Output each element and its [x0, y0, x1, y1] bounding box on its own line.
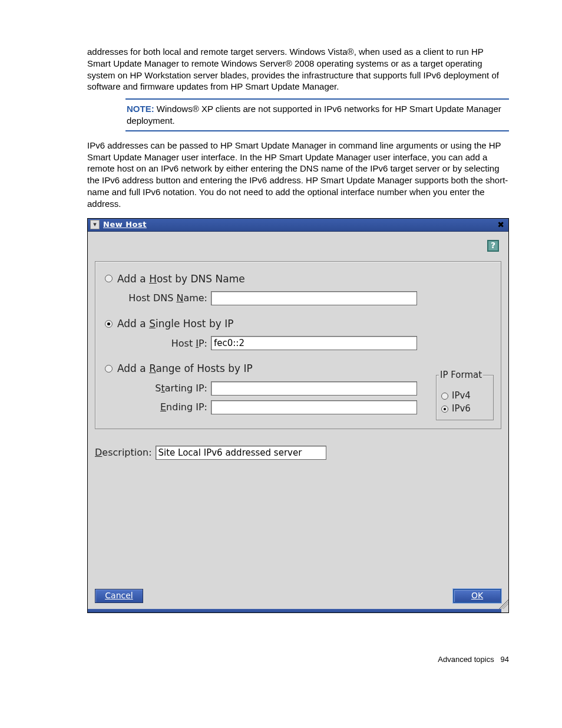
host-dns-name-label: Host DNS Name:: [117, 292, 211, 304]
starting-ip-label: Starting IP:: [117, 382, 211, 394]
note-box: NOTE: Windows® XP clients are not suppor…: [125, 98, 509, 131]
ip-format-group: IP Format IPv4 IPv6: [436, 375, 494, 420]
cancel-button[interactable]: Cancel: [95, 589, 143, 603]
radio-add-range-ip[interactable]: Add a Range of Hosts by IP: [105, 362, 491, 375]
radio-label-dns: Add a Host by DNS Name: [117, 272, 245, 285]
body-paragraph-2: IPv6 addresses can be passed to HP Smart…: [87, 140, 509, 210]
host-dns-name-input[interactable]: [211, 291, 417, 305]
body-paragraph-1: addresses for both local and remote targ…: [87, 46, 509, 93]
host-ip-input[interactable]: [211, 336, 417, 350]
radio-icon: [441, 393, 448, 400]
description-input[interactable]: [156, 446, 326, 460]
footer-section: Advanced topics: [438, 655, 494, 664]
radio-add-single-ip[interactable]: Add a Single Host by IP: [105, 317, 491, 330]
dialog-bottom-bar: [88, 609, 501, 612]
footer-page-number: 94: [501, 655, 509, 664]
close-icon[interactable]: ✖: [495, 220, 506, 229]
ending-ip-input[interactable]: [211, 400, 417, 414]
radio-icon: [441, 406, 448, 413]
new-host-dialog: ▾ New Host ✖ ? Add a Host by DNS Name Ho…: [87, 218, 509, 613]
ipv4-label: IPv4: [452, 390, 471, 402]
ok-button[interactable]: OK: [453, 589, 501, 603]
note-text: Windows® XP clients are not supported in…: [127, 104, 501, 126]
radio-ipv6[interactable]: IPv6: [441, 403, 488, 415]
starting-ip-input[interactable]: [211, 381, 417, 396]
resize-handle-icon[interactable]: [499, 599, 508, 609]
help-icon[interactable]: ?: [487, 240, 499, 252]
radio-icon: [105, 365, 113, 373]
ending-ip-label: Ending IP:: [117, 401, 211, 413]
chevron-down-icon[interactable]: ▾: [90, 220, 100, 229]
radio-icon: [105, 275, 113, 282]
radio-label-range: Add a Range of Hosts by IP: [117, 362, 253, 375]
radio-add-by-dns[interactable]: Add a Host by DNS Name: [105, 272, 491, 285]
host-options-panel: Add a Host by DNS Name Host DNS Name: Ad…: [95, 261, 501, 429]
note-label: NOTE:: [127, 104, 154, 114]
ip-format-legend: IP Format: [439, 370, 483, 381]
dialog-title: New Host: [103, 219, 495, 229]
radio-icon: [105, 320, 113, 328]
ipv6-label: IPv6: [452, 403, 471, 415]
radio-ipv4[interactable]: IPv4: [441, 390, 488, 402]
page-footer: Advanced topics 94: [87, 654, 509, 664]
dialog-titlebar[interactable]: ▾ New Host ✖: [88, 219, 508, 232]
host-ip-label: Host IP:: [117, 337, 211, 350]
description-label: Description:: [95, 446, 152, 459]
radio-label-single: Add a Single Host by IP: [117, 317, 233, 330]
